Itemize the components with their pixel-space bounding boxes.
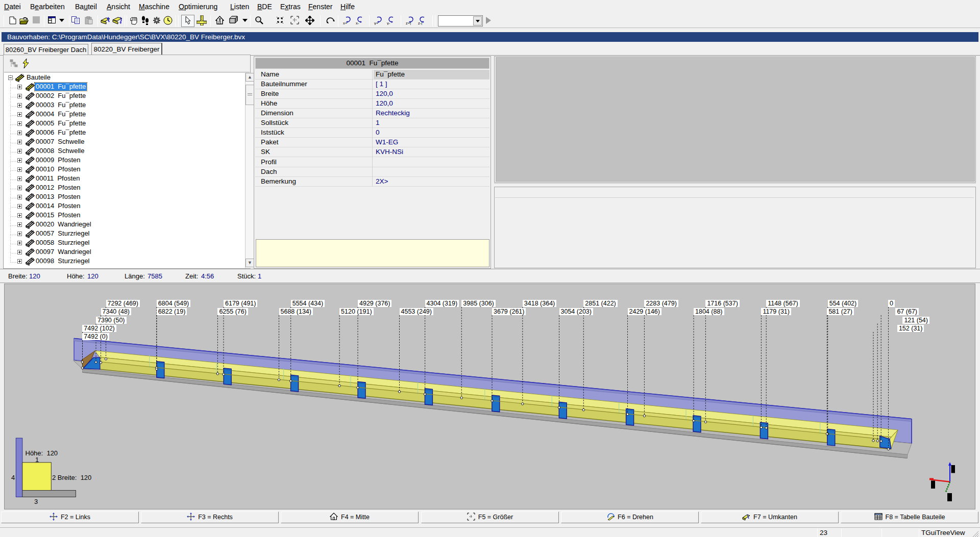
svg-text:x-: x- (356, 21, 359, 25)
svg-text:2 Breite: 120: 2 Breite: 120 (52, 474, 91, 481)
svg-text:x+: x+ (343, 21, 348, 25)
svg-text:z+|: z+| (406, 21, 411, 25)
svg-text:1: 1 (35, 456, 39, 464)
svg-text:3: 3 (34, 498, 38, 505)
svg-text:4: 4 (11, 474, 15, 481)
svg-text:Höhe: 120: Höhe: 120 (26, 449, 58, 457)
svg-text:y-: y- (387, 21, 390, 25)
svg-text:z-|: z-| (418, 21, 422, 25)
svg-text:y+: y+ (374, 21, 379, 25)
